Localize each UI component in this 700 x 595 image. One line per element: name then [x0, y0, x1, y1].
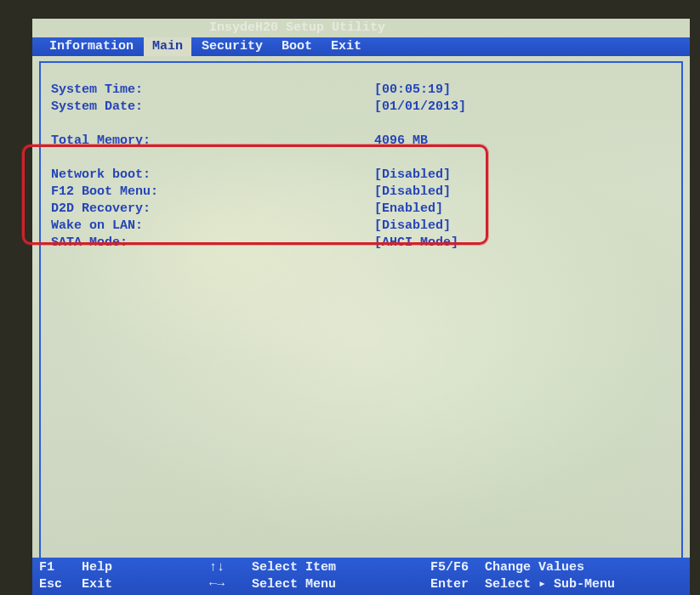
footer-help-bar: F1 Help Esc Exit ↑↓ Select Item ←→ Selec…: [32, 558, 690, 595]
label-sata-mode: SATA Mode:: [51, 235, 374, 252]
action-change-values: Change Values: [485, 559, 584, 576]
value-sata-mode[interactable]: [AHCI Mode]: [374, 235, 458, 252]
value-d2d-recovery[interactable]: [Enabled]: [374, 201, 443, 218]
key-f1: F1: [39, 559, 82, 576]
footer-f5f6-change-values: F5/F6 Change Values: [430, 559, 683, 576]
menu-tab-information[interactable]: Information: [41, 37, 142, 56]
utility-title: InsydeH20 Setup Utility: [32, 19, 690, 37]
content-area: System Time: [00:05:19] System Date: [01…: [32, 56, 690, 558]
row-f12-boot-menu[interactable]: F12 Boot Menu: [Disabled]: [51, 184, 671, 201]
row-d2d-recovery[interactable]: D2D Recovery: [Enabled]: [51, 201, 671, 218]
label-d2d-recovery: D2D Recovery:: [51, 201, 374, 218]
key-f5f6: F5/F6: [430, 559, 485, 576]
menu-tab-main[interactable]: Main: [144, 37, 191, 56]
value-system-date[interactable]: [01/01/2013]: [374, 99, 466, 116]
value-f12-boot-menu[interactable]: [Disabled]: [374, 184, 451, 201]
menu-tab-security[interactable]: Security: [193, 37, 271, 56]
label-system-time: System Time:: [51, 82, 374, 99]
row-system-time[interactable]: System Time: [00:05:19]: [51, 82, 671, 99]
footer-f1-help: F1 Help: [39, 559, 209, 576]
row-sata-mode[interactable]: SATA Mode: [AHCI Mode]: [51, 235, 671, 252]
label-total-memory: Total Memory:: [51, 133, 374, 150]
action-exit: Exit: [82, 576, 112, 593]
key-leftright: ←→: [209, 576, 252, 593]
action-help: Help: [82, 559, 112, 576]
footer-enter-submenu: Enter Select ▸ Sub-Menu: [430, 576, 683, 593]
value-total-memory: 4096 MB: [374, 133, 428, 150]
footer-updown-select-item: ↑↓ Select Item: [209, 559, 430, 576]
row-network-boot[interactable]: Network boot: [Disabled]: [51, 167, 671, 184]
action-select-menu: Select Menu: [252, 576, 336, 593]
label-network-boot: Network boot:: [51, 167, 374, 184]
footer-esc-exit: Esc Exit: [39, 576, 209, 593]
footer-leftright-select-menu: ←→ Select Menu: [209, 576, 430, 593]
content-panel: System Time: [00:05:19] System Date: [01…: [39, 61, 683, 558]
label-f12-boot-menu: F12 Boot Menu:: [51, 184, 374, 201]
action-submenu: Select ▸ Sub-Menu: [485, 576, 615, 593]
value-system-time[interactable]: [00:05:19]: [374, 82, 451, 99]
key-updown: ↑↓: [209, 559, 252, 576]
menu-tab-boot[interactable]: Boot: [273, 37, 321, 56]
label-wake-on-lan: Wake on LAN:: [51, 218, 374, 235]
menu-bar: Information Main Security Boot Exit: [32, 37, 690, 56]
bios-screen: InsydeH20 Setup Utility Information Main…: [32, 19, 690, 595]
row-total-memory: Total Memory: 4096 MB: [51, 133, 671, 150]
row-wake-on-lan[interactable]: Wake on LAN: [Disabled]: [51, 218, 671, 235]
key-enter: Enter: [430, 576, 485, 593]
action-select-item: Select Item: [252, 559, 336, 576]
key-esc: Esc: [39, 576, 82, 593]
monitor-bezel: InsydeH20 Setup Utility Information Main…: [0, 0, 700, 595]
value-network-boot[interactable]: [Disabled]: [374, 167, 451, 184]
value-wake-on-lan[interactable]: [Disabled]: [374, 218, 451, 235]
label-system-date: System Date:: [51, 99, 374, 116]
menu-tab-exit[interactable]: Exit: [322, 37, 370, 56]
row-system-date[interactable]: System Date: [01/01/2013]: [51, 99, 671, 116]
